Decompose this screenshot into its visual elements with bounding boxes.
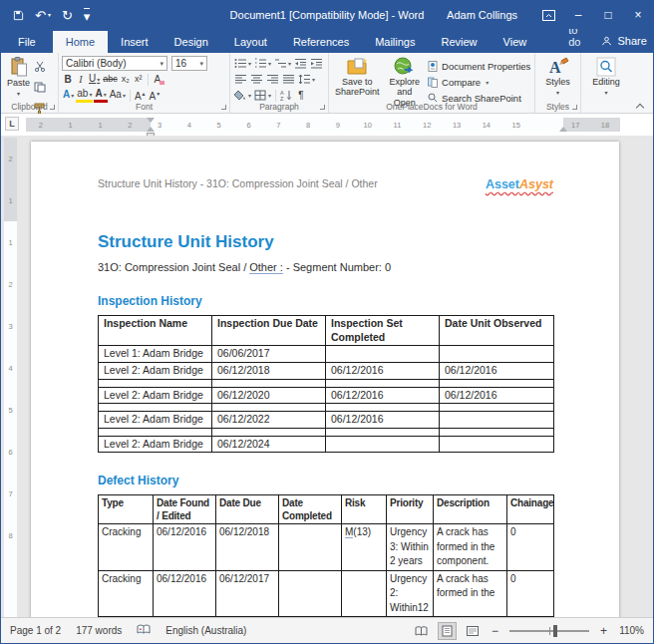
clear-formatting-button[interactable]: A (152, 73, 164, 86)
strikethrough-button[interactable]: abc (102, 73, 119, 86)
decrease-indent-button[interactable] (293, 57, 308, 70)
tab-review[interactable]: Review (429, 31, 490, 53)
maximize-button[interactable]: □ (593, 1, 623, 29)
tab-references[interactable]: References (280, 31, 362, 53)
ruler-number: 2 (35, 121, 47, 130)
increase-indent-button[interactable] (309, 57, 324, 70)
table-row (99, 404, 554, 412)
ruler-number: 8 (8, 514, 12, 556)
font-color-button[interactable]: A (94, 89, 107, 103)
ruler-number: 1 (8, 221, 12, 263)
statusbar-right: − + 110% (412, 622, 644, 640)
ruler-number: 3 (8, 305, 12, 347)
line-spacing-button[interactable] (297, 73, 316, 86)
right-indent-marker[interactable] (559, 123, 567, 132)
other-link[interactable]: Other : (249, 261, 283, 274)
paste-button[interactable]: Paste (4, 56, 33, 100)
font-size-combobox[interactable]: 16 (171, 56, 207, 71)
tab-insert[interactable]: Insert (108, 31, 162, 53)
save-icon[interactable] (13, 10, 24, 21)
signed-in-user[interactable]: Adam Collings (447, 9, 517, 21)
show-hide-pilcrow-button[interactable]: ¶ (295, 89, 307, 102)
web-layout-icon[interactable] (464, 622, 483, 640)
superscript-button[interactable]: x² (133, 73, 145, 86)
cut-icon[interactable] (34, 58, 46, 76)
tab-home[interactable]: Home (53, 31, 108, 53)
word-count[interactable]: 177 words (76, 625, 122, 636)
vertical-ruler[interactable]: 2112345678 (4, 138, 17, 617)
editing-button[interactable]: Editing (584, 56, 628, 99)
ribbon-group-oneplacedocs: Save to SharePoint Explore and Open D (329, 53, 535, 113)
proofing-icon[interactable] (137, 624, 151, 637)
align-center-button[interactable] (249, 73, 264, 86)
copy-icon[interactable] (34, 79, 46, 97)
read-mode-icon[interactable] (412, 622, 431, 640)
align-right-button[interactable] (265, 73, 280, 86)
zoom-slider[interactable] (509, 630, 589, 632)
underline-button[interactable]: U (88, 72, 101, 87)
font-name-combobox[interactable]: Calibri (Body) (62, 56, 167, 71)
tab-mailings[interactable]: Mailings (362, 31, 428, 53)
table-row: Level 2: Adam Bridge06/12/201806/12/2016… (99, 362, 554, 379)
language-indicator[interactable]: English (Australia) (165, 625, 246, 636)
multilevel-list-button[interactable] (273, 57, 292, 70)
styles-button[interactable]: A Styles (538, 56, 577, 99)
ruler-number: 2 (8, 138, 12, 179)
zoom-slider-thumb[interactable] (553, 625, 557, 637)
subscript-button[interactable]: x₂ (120, 73, 132, 86)
text-highlight-button[interactable]: ab (76, 89, 93, 103)
share-button[interactable]: Share (601, 35, 646, 47)
grow-font-button[interactable]: A (134, 88, 148, 103)
align-left-button[interactable] (233, 73, 248, 86)
save-to-sharepoint-button[interactable]: Save to SharePoint (332, 56, 383, 99)
table-cell: M(13) (342, 524, 387, 571)
font-dialog-launcher-icon[interactable] (221, 105, 226, 110)
table-row: Level 2: Adam Bridge06/12/2024 (99, 436, 554, 453)
zoom-in-button[interactable]: + (598, 624, 609, 638)
change-case-button[interactable]: Aa (109, 88, 127, 103)
sort-button[interactable]: AZ (279, 89, 294, 102)
tab-file[interactable]: File (1, 31, 53, 53)
shrink-font-button[interactable]: A (149, 88, 163, 103)
compare-icon (428, 77, 438, 88)
compare-button[interactable]: Compare (428, 75, 530, 90)
risk-link[interactable]: M (345, 526, 353, 538)
borders-button[interactable] (253, 89, 272, 102)
bold-button[interactable]: B (62, 73, 74, 86)
tab-layout[interactable]: Layout (221, 31, 280, 53)
shading-button[interactable] (233, 89, 252, 102)
ribbon-display-options-icon[interactable] (533, 1, 563, 29)
print-layout-icon[interactable] (438, 622, 457, 640)
styles-dialog-launcher-icon[interactable] (572, 105, 577, 110)
close-button[interactable]: × (623, 1, 653, 29)
table-header-row: Inspection NameInspection Due DateInspec… (99, 316, 554, 346)
table-header-cell: Date Completed (279, 495, 342, 524)
document-properties-button[interactable]: Document Properties (428, 59, 530, 74)
zoom-level[interactable]: 110% (616, 625, 644, 636)
justify-button[interactable] (281, 73, 296, 86)
page-indicator[interactable]: Page 1 of 2 (10, 625, 61, 636)
table-cell (212, 379, 326, 387)
ruler-number: 15 (510, 121, 522, 130)
clipboard-dialog-launcher-icon[interactable] (50, 105, 55, 110)
redo-icon[interactable]: ↻ (62, 9, 73, 22)
tab-design[interactable]: Design (162, 31, 221, 53)
tab-view[interactable]: View (490, 31, 540, 53)
customize-qat-icon[interactable]: ▾ (84, 8, 91, 23)
horizontal-ruler[interactable]: 211234567891011121314151718 (26, 118, 620, 132)
collapse-ribbon-icon[interactable] (636, 104, 644, 109)
minimize-button[interactable]: – (563, 1, 593, 29)
text-effects-button[interactable]: A (62, 88, 75, 103)
tab-stop-selector[interactable]: L (5, 117, 19, 131)
paragraph-dialog-launcher-icon[interactable] (320, 105, 325, 110)
hanging-indent-marker[interactable] (147, 123, 155, 132)
bullets-button[interactable] (233, 57, 252, 70)
styles-dropdown-icon (556, 87, 559, 97)
numbering-button[interactable] (253, 57, 272, 70)
undo-icon[interactable]: ↶ (35, 9, 51, 22)
zoom-out-button[interactable]: − (490, 624, 500, 638)
document-page[interactable]: Structure Unit History - 31O: Compressio… (31, 142, 619, 617)
table-cell: 06/12/2020 (212, 387, 326, 404)
table-cell: Level 2: Adam Bridge (99, 387, 212, 404)
italic-button[interactable]: I (75, 73, 87, 86)
